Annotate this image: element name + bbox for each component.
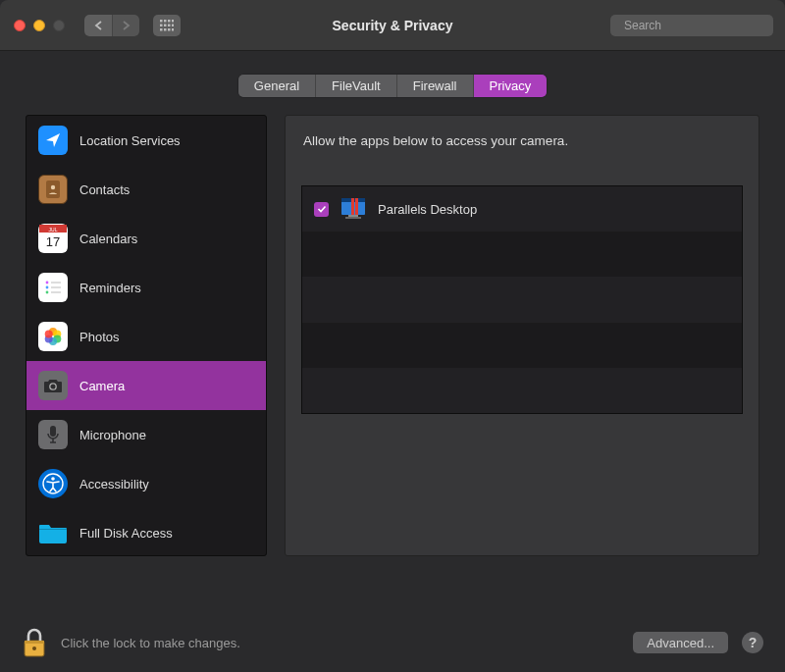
camera-icon — [38, 371, 68, 400]
reminders-icon — [38, 273, 68, 302]
photos-icon — [38, 322, 68, 351]
tab-bar: GeneralFileVaultFirewallPrivacy — [0, 51, 785, 115]
svg-rect-40 — [351, 198, 354, 215]
svg-rect-41 — [355, 198, 358, 215]
sidebar-item-label: Reminders — [79, 281, 141, 295]
app-checkbox[interactable] — [314, 202, 329, 217]
back-button[interactable] — [84, 15, 112, 36]
privacy-sidebar: Location ServicesContactsJUL17CalendarsR… — [26, 115, 267, 556]
svg-rect-43 — [345, 217, 361, 219]
location-arrow-icon — [38, 126, 68, 155]
svg-rect-4 — [160, 24, 163, 26]
show-all-preferences-button[interactable] — [153, 15, 181, 36]
svg-point-23 — [46, 291, 49, 294]
tab-general[interactable]: General — [238, 75, 315, 97]
svg-rect-8 — [160, 28, 163, 31]
help-button[interactable]: ? — [742, 632, 763, 653]
main-content: Location ServicesContactsJUL17CalendarsR… — [0, 115, 785, 556]
chevron-left-icon — [94, 21, 103, 30]
svg-rect-6 — [168, 24, 171, 26]
svg-rect-45 — [25, 641, 44, 644]
svg-point-46 — [32, 646, 36, 650]
sidebar-item-label: Microphone — [79, 428, 146, 442]
sidebar-item-microphone[interactable]: Microphone — [26, 410, 266, 459]
svg-rect-2 — [168, 20, 171, 23]
sidebar-item-label: Contacts — [79, 182, 130, 197]
folder-icon — [38, 518, 68, 547]
privacy-detail: Allow the apps below to access your came… — [285, 115, 759, 556]
app-row-empty — [302, 277, 742, 322]
svg-rect-42 — [348, 215, 358, 217]
app-row-empty — [302, 323, 742, 368]
address-book-icon — [38, 175, 68, 204]
minimize-window-button[interactable] — [33, 20, 45, 31]
svg-rect-32 — [50, 426, 56, 437]
sidebar-item-label: Photos — [79, 330, 119, 344]
nav-history — [84, 15, 139, 36]
svg-point-21 — [46, 286, 49, 289]
lock-icon — [22, 627, 47, 658]
svg-point-15 — [51, 185, 55, 189]
sidebar-item-location-services[interactable]: Location Services — [26, 116, 266, 165]
parallels-icon — [339, 194, 368, 224]
svg-rect-0 — [160, 20, 163, 23]
svg-rect-7 — [172, 24, 174, 26]
tab-privacy[interactable]: Privacy — [473, 75, 548, 97]
sidebar-item-label: Full Disk Access — [79, 526, 173, 541]
svg-rect-10 — [168, 28, 171, 31]
svg-text:17: 17 — [46, 234, 60, 249]
svg-rect-5 — [164, 24, 167, 26]
tab-firewall[interactable]: Firewall — [396, 75, 473, 97]
sidebar-item-photos[interactable]: Photos — [26, 312, 266, 361]
traffic-lights — [14, 20, 65, 31]
accessibility-icon — [38, 469, 68, 498]
svg-point-36 — [51, 477, 55, 481]
tab-filevault[interactable]: FileVault — [315, 75, 396, 97]
zoom-window-button — [53, 20, 65, 31]
svg-rect-37 — [39, 529, 67, 530]
checkmark-icon — [317, 204, 327, 214]
grid-icon — [160, 20, 174, 31]
sidebar-item-label: Camera — [79, 379, 125, 393]
detail-prompt: Allow the apps below to access your came… — [303, 133, 741, 148]
lock-hint: Click the lock to make changes. — [61, 636, 240, 650]
title-bar: Security & Privacy — [0, 0, 785, 51]
app-row-empty — [302, 232, 742, 277]
sidebar-item-contacts[interactable]: Contacts — [26, 165, 266, 214]
svg-rect-1 — [164, 20, 167, 23]
app-row: Parallels Desktop — [302, 186, 742, 232]
sidebar-item-reminders[interactable]: Reminders — [26, 263, 266, 312]
sidebar-item-label: Calendars — [79, 232, 137, 246]
lock-button[interactable] — [22, 627, 47, 658]
sidebar-item-label: Location Services — [79, 133, 181, 148]
close-window-button[interactable] — [14, 20, 26, 31]
svg-point-19 — [46, 282, 49, 284]
sidebar-item-camera[interactable]: Camera — [26, 361, 266, 410]
svg-rect-3 — [172, 20, 174, 23]
calendar-icon: JUL17 — [38, 224, 68, 253]
footer: Click the lock to make changes. Advanced… — [0, 613, 785, 672]
sidebar-item-accessibility[interactable]: Accessibility — [26, 459, 266, 508]
app-name: Parallels Desktop — [378, 202, 477, 217]
svg-text:JUL: JUL — [49, 227, 58, 233]
app-row-empty — [302, 368, 742, 413]
svg-rect-9 — [164, 28, 167, 31]
svg-rect-11 — [172, 28, 174, 31]
forward-button — [112, 15, 139, 36]
sidebar-item-label: Accessibility — [79, 477, 149, 491]
chevron-right-icon — [122, 21, 131, 30]
search-field[interactable] — [610, 15, 773, 36]
advanced-button[interactable]: Advanced... — [633, 632, 728, 653]
microphone-icon — [38, 420, 68, 449]
svg-point-30 — [45, 331, 53, 338]
app-list: Parallels Desktop — [301, 185, 743, 414]
search-input[interactable] — [624, 19, 771, 32]
sidebar-item-calendars[interactable]: JUL17Calendars — [26, 214, 266, 263]
sidebar-item-full-disk-access[interactable]: Full Disk Access — [26, 508, 266, 556]
